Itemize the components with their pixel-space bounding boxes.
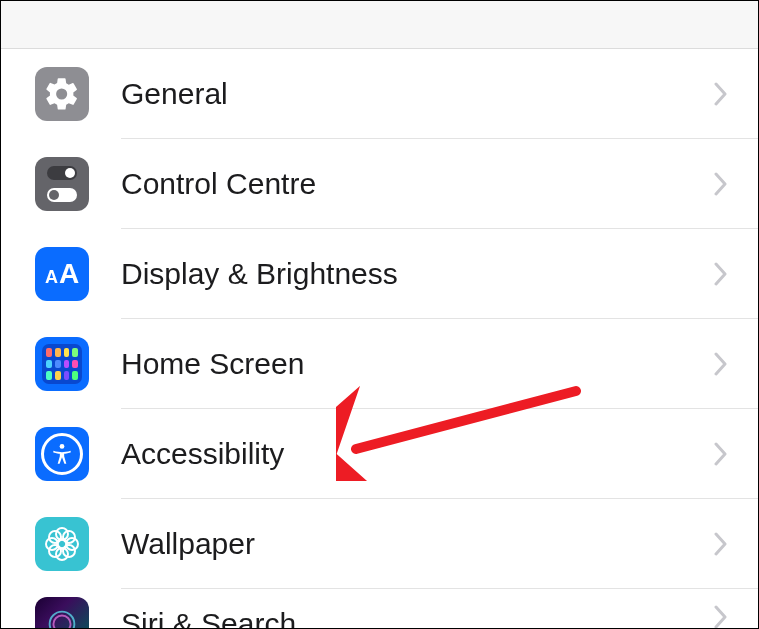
settings-row-wallpaper[interactable]: Wallpaper — [35, 499, 758, 589]
chevron-right-icon — [714, 442, 728, 466]
settings-row-home-screen[interactable]: Home Screen — [35, 319, 758, 409]
control-centre-icon — [35, 157, 89, 211]
home-screen-icon — [35, 337, 89, 391]
wallpaper-icon — [35, 517, 89, 571]
settings-row-label: Accessibility — [121, 437, 714, 471]
chevron-right-icon — [714, 82, 728, 106]
svg-point-8 — [49, 545, 61, 557]
chevron-right-icon — [714, 262, 728, 286]
gear-icon — [35, 67, 89, 121]
settings-list: General Control Centre AA Display & Brig… — [1, 49, 758, 629]
display-brightness-icon: AA — [35, 247, 89, 301]
svg-point-7 — [63, 531, 75, 543]
siri-icon — [35, 597, 89, 629]
svg-point-11 — [53, 615, 70, 629]
svg-point-0 — [60, 444, 65, 449]
svg-point-6 — [49, 531, 61, 543]
chevron-right-icon — [714, 172, 728, 196]
settings-row-label: Home Screen — [121, 347, 714, 381]
settings-row-label: Wallpaper — [121, 527, 714, 561]
chevron-right-icon — [714, 605, 728, 629]
settings-row-label: Control Centre — [121, 167, 714, 201]
header-bar — [1, 1, 758, 49]
settings-row-accessibility[interactable]: Accessibility — [35, 409, 758, 499]
settings-row-display-brightness[interactable]: AA Display & Brightness — [35, 229, 758, 319]
settings-row-label: Display & Brightness — [121, 257, 714, 291]
chevron-right-icon — [714, 532, 728, 556]
settings-row-general[interactable]: General — [35, 49, 758, 139]
settings-row-label: General — [121, 77, 714, 111]
chevron-right-icon — [714, 352, 728, 376]
settings-row-label: Siri & Search — [121, 607, 714, 629]
accessibility-icon — [35, 427, 89, 481]
svg-point-9 — [63, 545, 75, 557]
settings-row-siri-search[interactable]: Siri & Search — [35, 589, 758, 629]
settings-row-control-centre[interactable]: Control Centre — [35, 139, 758, 229]
